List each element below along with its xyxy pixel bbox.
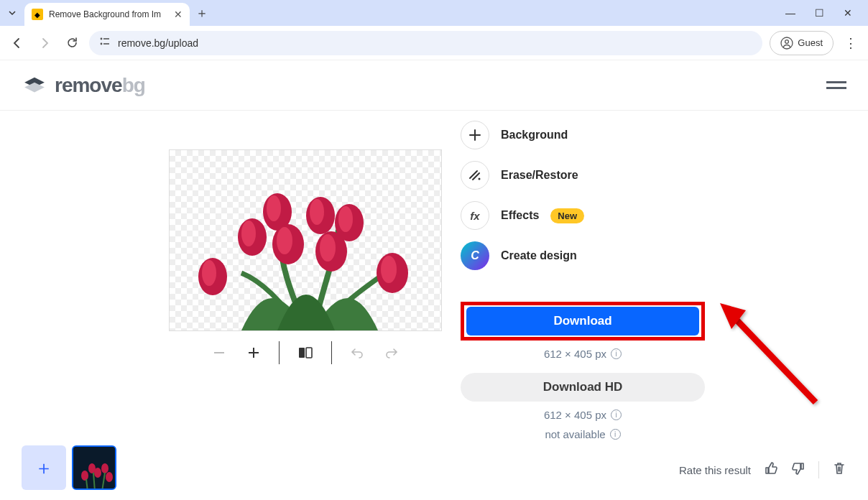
new-badge: New xyxy=(550,208,584,223)
separator xyxy=(818,461,819,478)
svg-rect-1 xyxy=(103,38,109,40)
download-hd-button[interactable]: Download HD xyxy=(461,373,705,402)
url-bar[interactable]: remove.bg/upload xyxy=(89,31,762,55)
image-preview[interactable] xyxy=(169,149,442,331)
compare-button[interactable] xyxy=(298,346,313,359)
svg-point-18 xyxy=(267,195,281,221)
download-dimensions: 612 × 405 px i xyxy=(461,348,705,360)
logo-text: removebg xyxy=(55,74,145,97)
action-label: Erase/Restore xyxy=(501,169,578,182)
svg-rect-3 xyxy=(103,43,109,45)
site-settings-icon[interactable] xyxy=(99,37,111,49)
svg-point-29 xyxy=(479,178,481,180)
download-section: Download 612 × 405 px i Download HD 612 … xyxy=(461,302,705,440)
reload-button[interactable] xyxy=(62,33,82,53)
delete-button[interactable] xyxy=(832,461,846,478)
add-image-button[interactable]: ＋ xyxy=(22,445,66,490)
main-content: Background Erase/Restore fx Effects New … xyxy=(0,111,868,500)
action-label: Background xyxy=(501,129,568,142)
thumbs-up-button[interactable] xyxy=(764,461,778,478)
browser-toolbar: remove.bg/upload Guest ⋮ xyxy=(0,26,868,60)
preview-toolbar xyxy=(169,331,442,374)
effects-action[interactable]: fx Effects New xyxy=(461,195,705,236)
download-button[interactable]: Download xyxy=(466,307,699,335)
svg-point-22 xyxy=(338,206,353,232)
tab-favicon: ◆ xyxy=(32,9,43,20)
site-logo[interactable]: removebg xyxy=(22,74,145,97)
profile-button[interactable]: Guest xyxy=(770,31,834,55)
info-icon[interactable]: i xyxy=(611,409,622,420)
svg-point-20 xyxy=(310,199,324,225)
svg-rect-27 xyxy=(299,348,305,358)
svg-rect-26 xyxy=(253,348,254,358)
browser-tab-bar: ◆ Remove Background from Im ✕ ＋ — ☐ ✕ xyxy=(0,0,868,26)
fx-icon: fx xyxy=(461,201,489,230)
action-label: Create design xyxy=(501,249,577,262)
rate-strip: Rate this result xyxy=(679,461,846,478)
canva-icon: C xyxy=(461,241,489,270)
site-header: removebg xyxy=(0,60,868,111)
svg-marker-7 xyxy=(24,82,45,92)
thumbnail-strip: ＋ xyxy=(22,445,116,490)
erase-icon xyxy=(461,161,489,190)
action-label: Effects xyxy=(501,209,539,222)
svg-point-33 xyxy=(81,471,88,481)
menu-button[interactable] xyxy=(826,81,846,89)
svg-point-19 xyxy=(277,227,292,254)
thumbs-down-button[interactable] xyxy=(791,461,805,478)
forward-button[interactable] xyxy=(34,33,55,53)
zoom-in-button[interactable] xyxy=(247,346,260,359)
image-thumbnail[interactable] xyxy=(72,445,116,490)
svg-point-2 xyxy=(101,43,103,45)
info-icon[interactable]: i xyxy=(611,348,622,359)
svg-point-35 xyxy=(94,468,101,478)
close-window-icon[interactable]: ✕ xyxy=(842,7,854,19)
back-button[interactable] xyxy=(7,33,27,53)
create-design-action[interactable]: C Create design xyxy=(461,236,705,276)
canvas-area xyxy=(169,111,442,500)
info-icon[interactable]: i xyxy=(610,429,621,440)
profile-label: Guest xyxy=(798,37,823,48)
preview-image xyxy=(170,151,442,330)
undo-button[interactable] xyxy=(351,347,364,358)
new-tab-button[interactable]: ＋ xyxy=(195,4,208,22)
svg-point-16 xyxy=(202,260,216,286)
plus-icon xyxy=(461,121,489,149)
browser-menu-button[interactable]: ⋮ xyxy=(841,35,861,51)
svg-point-23 xyxy=(381,256,397,283)
svg-point-0 xyxy=(101,38,103,40)
svg-rect-24 xyxy=(214,352,224,353)
svg-point-21 xyxy=(320,234,336,261)
download-hd-unavailable: not available i xyxy=(461,428,705,440)
download-hd-dimensions: 612 × 405 px i xyxy=(461,409,705,421)
background-action[interactable]: Background xyxy=(461,115,705,155)
svg-point-17 xyxy=(241,221,256,246)
tab-close-icon[interactable]: ✕ xyxy=(174,9,183,20)
browser-tab[interactable]: ◆ Remove Background from Im ✕ xyxy=(24,3,190,26)
erase-restore-action[interactable]: Erase/Restore xyxy=(461,155,705,195)
url-text: remove.bg/upload xyxy=(118,37,198,49)
maximize-icon[interactable]: ☐ xyxy=(813,7,825,19)
logo-icon xyxy=(22,76,47,95)
tab-list-dropdown[interactable] xyxy=(0,0,24,26)
svg-point-37 xyxy=(106,472,113,482)
minimize-icon[interactable]: — xyxy=(785,7,796,19)
annotation-highlight: Download xyxy=(461,302,705,341)
tab-title: Remove Background from Im xyxy=(49,9,168,19)
zoom-out-button[interactable] xyxy=(213,346,226,359)
window-controls: — ☐ ✕ xyxy=(785,7,868,19)
rate-label: Rate this result xyxy=(679,464,751,476)
svg-rect-28 xyxy=(306,348,312,358)
svg-point-36 xyxy=(101,463,108,473)
svg-point-5 xyxy=(785,40,789,43)
redo-button[interactable] xyxy=(385,347,398,358)
right-panel: Background Erase/Restore fx Effects New … xyxy=(461,111,705,500)
